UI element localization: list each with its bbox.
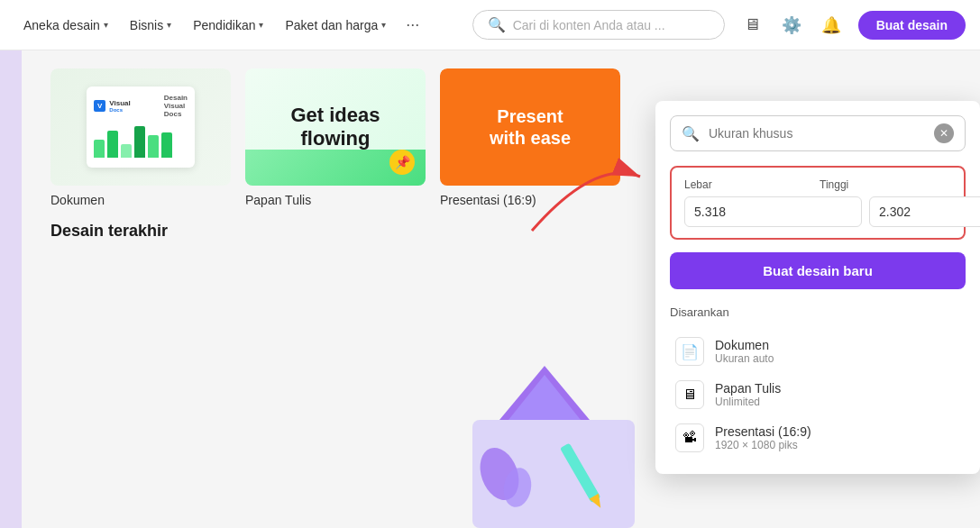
chevron-down-icon: ▾ <box>259 20 263 30</box>
nav-aneka-desain-label: Aneka desain <box>23 18 100 32</box>
doc-chart <box>94 122 188 158</box>
illustration <box>445 348 671 528</box>
chevron-down-icon: ▾ <box>104 20 108 30</box>
card-papan-tulis[interactable]: Get ideas flowing 📌 Papan Tulis <box>245 68 426 207</box>
card-dokumen[interactable]: V Visual Docs DesainVisualDocs <box>50 68 231 207</box>
tinggi-input[interactable] <box>869 196 980 227</box>
nav-more-button[interactable]: ··· <box>398 10 426 40</box>
suggestion-papan-tulis[interactable]: 🖥 Papan Tulis Unlimited <box>670 373 966 416</box>
dimension-inputs: cm ▾ 🔒 <box>684 196 951 227</box>
suggestion-presentasi-info: Presentasi (16:9) 1920 × 1080 piks <box>715 424 811 451</box>
dimension-box: Lebar Tinggi cm ▾ 🔒 <box>670 166 966 240</box>
suggestion-dokumen-name: Dokumen <box>715 338 774 352</box>
left-accent-strip <box>0 50 22 528</box>
board-badge: 📌 <box>389 150 415 175</box>
nav-bisnis-label: Bisnis <box>130 18 163 32</box>
papan-tulis-suggestion-icon: 🖥 <box>675 380 704 409</box>
card-presentasi[interactable]: Present with ease Presentasi (16:9) <box>440 68 620 207</box>
navbar: Aneka desain ▾ Bisnis ▾ Pendidikan ▾ Pak… <box>0 0 980 50</box>
suggestion-dokumen[interactable]: 📄 Dokumen Ukuran auto <box>670 330 966 373</box>
nav-aneka-desain[interactable]: Aneka desain ▾ <box>14 13 117 38</box>
board-text: Get ideas flowing <box>290 104 380 151</box>
doc-inner: V Visual Docs DesainVisualDocs <box>87 86 195 168</box>
dokumen-suggestion-icon: 📄 <box>675 337 704 366</box>
doc-inner-title: Visual <box>109 99 130 107</box>
suggestion-presentasi-meta: 1920 × 1080 piks <box>715 439 811 451</box>
card-presentasi-thumb: Present with ease <box>440 68 620 186</box>
tinggi-label: Tinggi <box>816 178 951 191</box>
create-design-button[interactable]: Buat desain <box>858 11 966 40</box>
suggestion-papan-tulis-meta: Unlimited <box>715 396 781 408</box>
lebar-label: Lebar <box>684 178 816 191</box>
custom-size-dropdown: 🔍 ✕ Lebar Tinggi cm ▾ 🔒 Buat desain baru <box>655 101 980 474</box>
suggestion-presentasi-name: Presentasi (16:9) <box>715 424 811 439</box>
panel-search-input[interactable] <box>709 126 925 141</box>
card-papan-tulis-label: Papan Tulis <box>245 193 426 207</box>
nav-paket[interactable]: Paket dan harga ▾ <box>276 13 395 38</box>
main-content: V Visual Docs DesainVisualDocs <box>0 50 980 528</box>
panel-search-icon: 🔍 <box>682 125 700 142</box>
suggestion-papan-tulis-info: Papan Tulis Unlimited <box>715 381 781 408</box>
suggestion-presentasi[interactable]: 📽 Presentasi (16:9) 1920 × 1080 piks <box>670 416 966 460</box>
nav-pendidikan-label: Pendidikan <box>193 18 255 32</box>
nav-icon-group: 🖥 ⚙️ 🔔 <box>736 9 847 41</box>
lebar-input[interactable] <box>684 196 862 227</box>
search-bar[interactable]: 🔍 <box>472 10 725 40</box>
nav-paket-label: Paket dan harga <box>285 18 378 32</box>
card-presentasi-label: Presentasi (16:9) <box>440 193 620 207</box>
doc-logo: V <box>94 100 105 112</box>
suggestions-title: Disarankan <box>670 305 966 319</box>
card-dokumen-label: Dokumen <box>50 193 231 207</box>
monitor-icon-button[interactable]: 🖥 <box>736 9 768 41</box>
nav-bisnis[interactable]: Bisnis ▾ <box>121 13 180 38</box>
card-dokumen-thumb: V Visual Docs DesainVisualDocs <box>50 68 231 186</box>
create-new-button[interactable]: Buat desain baru <box>670 252 966 289</box>
presentasi-suggestion-icon: 📽 <box>675 423 704 452</box>
dimension-labels: Lebar Tinggi <box>684 178 951 191</box>
pres-text: Present with ease <box>490 105 571 149</box>
suggestion-papan-tulis-name: Papan Tulis <box>715 381 781 396</box>
panel-close-button[interactable]: ✕ <box>934 123 954 143</box>
search-icon: 🔍 <box>488 16 506 33</box>
settings-icon-button[interactable]: ⚙️ <box>775 9 808 41</box>
chevron-down-icon: ▾ <box>381 20 386 30</box>
suggestion-dokumen-meta: Ukuran auto <box>715 352 774 365</box>
search-input[interactable] <box>513 18 710 32</box>
card-papan-tulis-thumb: Get ideas flowing 📌 <box>245 68 426 186</box>
notification-icon-button[interactable]: 🔔 <box>815 9 847 41</box>
suggestion-dokumen-info: Dokumen Ukuran auto <box>715 338 774 365</box>
nav-pendidikan[interactable]: Pendidikan ▾ <box>184 13 272 38</box>
panel-search-bar[interactable]: 🔍 ✕ <box>670 115 966 151</box>
chevron-down-icon: ▾ <box>167 20 171 30</box>
